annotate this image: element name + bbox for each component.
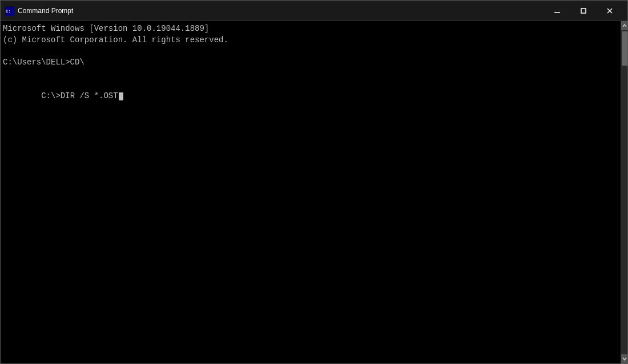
scrollbar-track[interactable] bbox=[621, 30, 627, 354]
cursor bbox=[119, 92, 123, 100]
scrollbar-down-button[interactable] bbox=[621, 354, 628, 363]
svg-rect-3 bbox=[581, 9, 586, 13]
cmd-window: C: Command Prompt Microsoft Windows [Ver… bbox=[0, 0, 628, 364]
terminal-line-4: C:\Users\DELL>CD\ bbox=[3, 57, 618, 68]
cmd-icon: C: bbox=[5, 6, 14, 15]
terminal-line-5 bbox=[3, 68, 618, 79]
content-area: Microsoft Windows [Version 10.0.19044.18… bbox=[1, 21, 627, 363]
scrollbar-thumb[interactable] bbox=[622, 31, 627, 66]
svg-text:C:: C: bbox=[6, 9, 10, 14]
scrollbar-up-button[interactable] bbox=[621, 21, 628, 30]
title-bar-controls bbox=[544, 1, 623, 21]
terminal-line-6: C:\>DIR /S *.OST bbox=[3, 79, 618, 113]
terminal-line-3 bbox=[3, 46, 618, 57]
terminal-line-1: Microsoft Windows [Version 10.0.19044.18… bbox=[3, 23, 618, 35]
title-bar-left: C: Command Prompt bbox=[5, 6, 544, 15]
title-bar: C: Command Prompt bbox=[1, 1, 627, 21]
window-title: Command Prompt bbox=[18, 7, 73, 15]
terminal-line-2: (c) Microsoft Corporation. All rights re… bbox=[3, 35, 618, 46]
terminal-output[interactable]: Microsoft Windows [Version 10.0.19044.18… bbox=[1, 21, 621, 363]
close-button[interactable] bbox=[597, 1, 623, 21]
minimize-button[interactable] bbox=[544, 1, 570, 21]
scrollbar bbox=[621, 21, 627, 363]
maximize-button[interactable] bbox=[570, 1, 597, 21]
